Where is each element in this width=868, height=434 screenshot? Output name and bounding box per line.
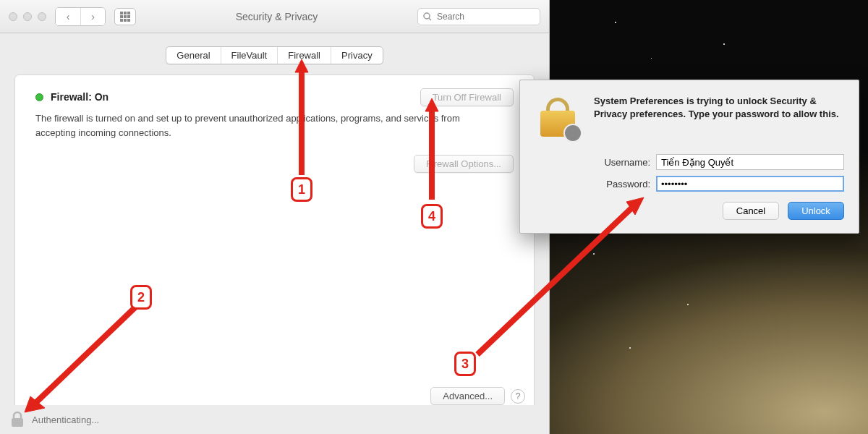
tab-general[interactable]: General [166, 47, 221, 64]
status-dot-icon [35, 93, 43, 101]
grid-icon [120, 12, 130, 22]
security-privacy-window: ‹ › Security & Privacy General FileVault… [0, 0, 550, 434]
username-input[interactable] [656, 154, 844, 170]
authenticating-text: Authenticating... [32, 414, 99, 425]
auth-message: System Preferences is trying to unlock S… [594, 95, 844, 141]
tab-firewall[interactable]: Firewall [278, 47, 331, 64]
back-button[interactable]: ‹ [56, 8, 80, 25]
unlock-button[interactable]: Unlock [788, 202, 844, 220]
advanced-button[interactable]: Advanced... [430, 387, 505, 405]
help-button[interactable]: ? [511, 389, 525, 404]
tabs: General FileVault Firewall Privacy [166, 46, 383, 64]
svg-rect-2 [12, 418, 23, 427]
lock-icon[interactable] [10, 411, 25, 428]
window-footer: Authenticating... [0, 405, 549, 434]
titlebar: ‹ › Security & Privacy [0, 0, 549, 33]
tab-filevault[interactable]: FileVault [221, 47, 278, 64]
zoom-dot[interactable] [38, 12, 46, 21]
minimize-dot[interactable] [23, 12, 32, 21]
svg-line-1 [429, 18, 431, 20]
tab-privacy[interactable]: Privacy [331, 47, 383, 64]
firewall-status-label: Firewall: On [51, 91, 109, 103]
password-input[interactable] [656, 176, 844, 192]
cancel-button[interactable]: Cancel [723, 202, 779, 220]
svg-point-0 [424, 13, 430, 19]
password-label: Password: [594, 179, 650, 190]
firewall-description: The firewall is turned on and set up to … [35, 111, 498, 140]
nav-back-forward: ‹ › [55, 7, 106, 26]
tabs-row: General FileVault Firewall Privacy [0, 33, 549, 75]
lock-app-icon [535, 95, 581, 141]
show-all-button[interactable] [114, 8, 136, 25]
forward-button[interactable]: › [80, 8, 105, 25]
turn-off-firewall-button[interactable]: Turn Off Firewall [420, 88, 514, 106]
firewall-panel: Firewall: On The firewall is turned on a… [14, 75, 535, 414]
search-icon [423, 12, 432, 21]
close-dot[interactable] [9, 12, 17, 21]
firewall-options-button[interactable]: Firewall Options... [414, 155, 514, 173]
window-title: Security & Privacy [145, 11, 409, 22]
username-label: Username: [594, 157, 650, 168]
auth-dialog: System Preferences is trying to unlock S… [519, 80, 859, 234]
search-input[interactable] [417, 8, 540, 25]
traffic-lights [9, 12, 46, 21]
